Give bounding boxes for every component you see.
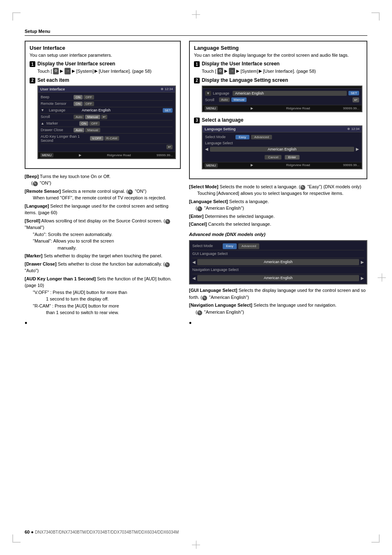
desc-nav-lang-note: (✎ "American English") [196,310,244,314]
arrow3-left: ▶ [95,68,98,74]
scroll-row: Scroll Auto Manual ↩ [41,114,173,120]
lang-footer-dist: 99999.99... [343,106,360,110]
lang-scroll-row: Scroll Auto Manual ↩ [205,97,359,103]
arrow1-left: ▶ [60,68,63,74]
lang-dropdown-icon: ▼ [41,108,49,112]
remote-off[interactable]: OFF [83,102,94,106]
desc-nav-lang-key: [Navigation Language Select] [189,303,252,308]
marker-label: Marker [46,121,79,125]
drawer-auto[interactable]: Auto [74,128,84,132]
screen-footer-left: MENU ▶ Ridgeview Road 99999.99... [38,152,175,158]
ls-body: Select Mode Easy Advanced Language Selec… [203,132,362,162]
desc-scroll-auto: "Auto": Scrolls the screen automatically… [33,232,112,237]
desc-beep-key: [Beep] [25,174,39,179]
scroll-manual[interactable]: Manual [85,115,100,119]
screen-back-row: ↩ [41,144,173,150]
screen-title: User Interface [40,87,65,91]
left-step1-title: Display the User Interface screen [37,61,176,67]
lang-row-label: Language [49,108,82,112]
desc-language-key: [Language] [25,204,49,208]
ls-icon: ⊕ [347,127,350,131]
user-interface-section: User Interface You can setup user interf… [25,41,181,169]
arrow2-left: ▶ [72,68,75,74]
screen-back-btn[interactable]: ↩ [166,145,173,149]
note-icon-scroll: ✎ [165,219,170,224]
left-column: User Interface You can setup user interf… [25,41,181,326]
ls-easy-btn[interactable]: Easy [235,135,249,139]
gear-icon-right: ⚙ [217,68,223,74]
adv-advanced-btn[interactable]: Advanced [238,243,260,249]
desc-scroll-text: Allows scrolling of text display on the … [25,218,171,230]
aud-rcam[interactable]: R-CAM [104,136,119,141]
bullet-left: • [25,319,27,327]
lang-set-button[interactable]: SET [348,91,359,95]
desc-lang-select-note: (✎ "American English") [196,206,244,210]
ls-arrow-left[interactable]: ◀ [205,147,208,151]
ls-menu-btn[interactable]: MENU [205,163,218,168]
left-step2-content: Set each item User Interface ⊕ 12:34 [37,77,176,162]
left-step1: 1 Display the User Interface screen Touc… [30,61,176,75]
left-bullet: • [25,319,181,326]
desc-enter-text: Determines the selected language. [205,214,275,219]
bullet-right: • [189,319,191,327]
right-step1-touch: Touch [ ⚙ ▶ → ▶ [System] ▶ [User Interfa… [202,68,362,75]
scroll-label: Scroll [41,115,74,119]
arrow2-right: ▶ [236,68,240,74]
lang-dropdown-btn[interactable]: ▼ [205,91,211,96]
corner-mark-bl [12,534,21,543]
aud-voff[interactable]: V.OFF [90,136,104,141]
lang-set-btn[interactable]: SET [163,108,173,113]
ls-footer-arrow: ▶ [251,163,253,168]
lang-value: American English [233,91,347,96]
adv-gui-arrow-left[interactable]: ◀ [192,259,196,265]
lang-auto-btn[interactable]: Auto [219,97,230,102]
remote-on[interactable]: ON [74,102,83,106]
arrow1-right: ▶ [224,68,228,74]
scroll-back-btn[interactable]: ↩ [101,115,107,119]
adv-gui-value-row: ◀ American English ▶ [192,258,364,267]
scroll-auto[interactable]: Auto [74,115,84,119]
lang-menu-btn[interactable]: MENU [205,106,218,111]
desc-enter: [Enter] Determines the selected language… [189,213,367,220]
ls-enter-btn[interactable]: Enter [285,155,299,160]
adv-nav-arrow-left[interactable]: ◀ [192,275,196,281]
left-step1-badge: 1 [30,61,35,67]
ls-advanced-btn[interactable]: Advanced [251,135,272,139]
marker-off[interactable]: OFF [89,121,100,126]
drawer-manual[interactable]: Manual [85,128,100,132]
desc-scroll-manual: "Manual": Allows you to scroll the scree… [33,238,114,243]
beep-on[interactable]: ON [74,95,83,99]
adv-nav-value-row: ◀ American English ▶ [192,274,364,282]
remote-toggle: ON OFF [74,102,94,106]
user-interface-title: User Interface [30,45,176,51]
adv-nav-row: Navigation Language Select [192,266,364,274]
desc-beep: [Beep] Turns the key touch tone On or Of… [25,173,181,187]
system-label-left: [System] [76,68,94,75]
user-interface-screen: User Interface ⊕ 12:34 Beep [37,86,176,159]
beep-off[interactable]: OFF [83,95,94,99]
ls-footer-dist: 99999.99... [343,163,360,168]
lang-back-btn[interactable]: ↩ [353,97,359,102]
note-icon-beep: ✎ [33,181,38,186]
advanced-mode-title: Advanced mode (DNX models only) [189,232,265,237]
ls-title: Language Setting [205,127,236,131]
remote-label: Remote Sensor [41,102,74,106]
adv-easy-btn[interactable]: Easy [223,243,237,249]
beep-row: Beep ON OFF [41,94,173,101]
lang-manual-btn[interactable]: Manual [231,97,246,102]
desc-remote-key: [Remote Sensor] [25,189,61,194]
ls-lang-select-row: Language Select [205,140,359,146]
ls-arrow-right[interactable]: ▶ [356,147,359,151]
language-setting-section: Language Setting You can select the disp… [189,41,367,179]
marker-on[interactable]: ON [79,121,88,126]
screen-menu-btn-left[interactable]: MENU [40,153,53,157]
advanced-mode-title-container: Advanced mode (DNX models only) [189,231,367,238]
interface-label-right: [User Interface]. (page 58) [263,68,316,75]
adv-nav-arrow-right[interactable]: ▶ [361,275,364,281]
note-icon-lang-select: ✎ [197,206,202,211]
corner-mark-br [371,534,380,543]
ls-cancel-btn[interactable]: Cancel [265,155,281,160]
marker-toggle: ON OFF [79,121,100,126]
adv-gui-arrow-right[interactable]: ▶ [361,259,364,265]
ls-lang-select-label: Language Select [205,141,234,145]
